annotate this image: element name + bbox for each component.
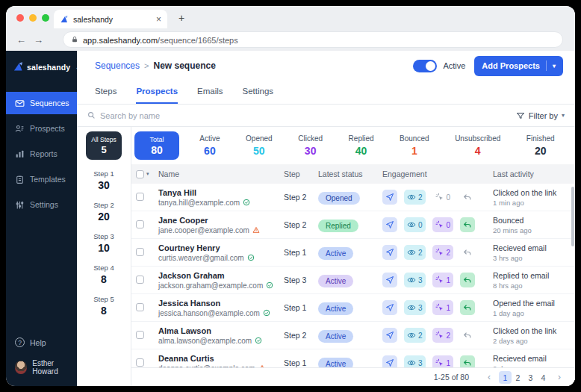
search-input[interactable] xyxy=(100,111,516,120)
row-checkbox[interactable] xyxy=(136,193,144,201)
tab-settings[interactable]: Settings xyxy=(243,81,274,104)
stat-total[interactable]: Total 80 xyxy=(134,131,179,160)
steps-list: Step 130Step 220Step 310Step 48Step 58 xyxy=(93,160,114,317)
sent-icon xyxy=(382,328,397,343)
all-steps-value: 5 xyxy=(101,144,106,155)
browser-tab[interactable]: saleshandy × xyxy=(54,10,167,28)
page-3[interactable]: 3 xyxy=(524,371,537,384)
add-prospects-button[interactable]: Add Prospects ▾ xyxy=(474,56,563,76)
sidebar-item-settings[interactable]: Settings xyxy=(6,193,77,216)
step-filter-5[interactable]: Step 58 xyxy=(93,295,114,317)
prev-page-icon[interactable]: ‹ xyxy=(485,372,493,382)
page-4[interactable]: 4 xyxy=(537,371,550,384)
status-badge: Opened xyxy=(318,192,360,205)
status-badge: Active xyxy=(318,330,353,343)
page-2[interactable]: 2 xyxy=(512,371,524,384)
stat-label: Opened xyxy=(246,134,273,143)
sidebar-item-reports[interactable]: Reports xyxy=(6,143,77,165)
tab-prospects[interactable]: Prospects xyxy=(136,81,178,104)
sidebar-item-label: Prospects xyxy=(30,124,65,133)
all-steps-filter[interactable]: All Steps 5 xyxy=(86,131,122,160)
stat-replied[interactable]: Replied40 xyxy=(349,134,374,157)
back-icon[interactable]: ← xyxy=(16,34,26,46)
column-last-activity: Last activity xyxy=(493,169,575,178)
warning-icon xyxy=(252,226,260,234)
stat-unsubscribed[interactable]: Unsubscribed4 xyxy=(455,134,500,157)
filter-by-button[interactable]: Filter by ▾ xyxy=(516,111,565,120)
avatar xyxy=(15,361,27,374)
new-tab-icon[interactable]: + xyxy=(175,12,188,24)
clipboard-icon xyxy=(15,175,25,184)
step-label: Step 5 xyxy=(93,295,114,303)
stat-opened[interactable]: Opened50 xyxy=(246,134,273,157)
sidebar-item-prospects[interactable]: Prospects xyxy=(6,117,77,140)
address-bar[interactable]: app.saleshandy.com/sequence/1665/steps xyxy=(63,31,563,48)
table-row: Courtney Henrycurtis.weaver@gmail.comSte… xyxy=(131,239,575,267)
active-toggle[interactable] xyxy=(413,60,437,72)
stat-label: Active xyxy=(199,134,220,143)
sent-icon xyxy=(382,300,397,315)
forward-icon[interactable]: → xyxy=(34,34,43,46)
stat-active[interactable]: Active60 xyxy=(199,134,220,157)
chevron-down-icon[interactable]: ▾ xyxy=(553,63,556,69)
last-activity: Replied to email xyxy=(493,271,575,280)
url-path: /sequence/1665/steps xyxy=(158,36,238,45)
user-item[interactable]: Esther Howard xyxy=(6,359,77,376)
maximize-window-icon[interactable] xyxy=(42,14,49,22)
prospect-email: curtis.weaver@gmail.com xyxy=(158,254,284,262)
step-filter-1[interactable]: Step 130 xyxy=(93,169,114,191)
step-value: 8 xyxy=(93,305,114,317)
prospect-name: Deanna Curtis xyxy=(158,354,284,363)
prospect-step: Step 2 xyxy=(284,193,318,202)
table-row: Jane Cooperjane.cooper@example.comStep 2… xyxy=(131,211,575,239)
step-filter-3[interactable]: Step 310 xyxy=(93,232,114,254)
verified-icon xyxy=(243,199,250,206)
opens-count: 2 xyxy=(404,245,426,260)
toggle-label: Active xyxy=(443,61,465,70)
url-row: ← → app.saleshandy.com/sequence/1665/ste… xyxy=(6,28,575,51)
table-row: Jackson Grahamjackson.graham@example.com… xyxy=(131,267,575,294)
tab-steps[interactable]: Steps xyxy=(95,81,116,104)
sidebar-item-templates[interactable]: Templates xyxy=(6,168,77,190)
row-checkbox[interactable] xyxy=(136,331,144,339)
step-value: 20 xyxy=(93,211,114,223)
select-all-checkbox[interactable] xyxy=(136,170,144,178)
sliders-icon xyxy=(15,200,25,210)
tab-emails[interactable]: Emails xyxy=(197,81,223,104)
stat-finished[interactable]: Finished20 xyxy=(526,134,555,157)
tab-close-icon[interactable]: × xyxy=(156,14,161,25)
step-filter-2[interactable]: Step 220 xyxy=(93,201,114,223)
opens-count: 2 xyxy=(404,328,426,343)
prospect-email-text: curtis.weaver@gmail.com xyxy=(158,254,244,262)
chevron-down-icon[interactable]: ▾ xyxy=(146,171,149,177)
chevron-down-icon: ▾ xyxy=(562,112,565,119)
vertical-scrollbar[interactable] xyxy=(571,187,574,246)
stat-clicked[interactable]: Clicked30 xyxy=(298,134,323,157)
stat-label: Unsubscribed xyxy=(455,134,500,143)
main-content: Sequences > New sequence Active Add Pros… xyxy=(77,51,575,386)
breadcrumb-sequences[interactable]: Sequences xyxy=(95,60,140,71)
stat-value: 20 xyxy=(526,145,555,157)
sidebar-item-sequences[interactable]: Sequences xyxy=(6,92,77,114)
help-label: Help xyxy=(30,338,46,347)
row-checkbox[interactable] xyxy=(136,220,144,228)
stat-value: 50 xyxy=(246,145,273,157)
step-filter-4[interactable]: Step 48 xyxy=(93,264,114,285)
opens-count: 3 xyxy=(404,273,426,287)
row-checkbox[interactable] xyxy=(136,248,144,256)
row-checkbox[interactable] xyxy=(136,303,144,311)
stat-label: Finished xyxy=(526,134,555,143)
next-page-icon[interactable]: › xyxy=(556,372,563,382)
page-1[interactable]: 1 xyxy=(499,371,512,384)
last-activity-time: 8 hrs ago xyxy=(493,281,575,290)
verified-icon xyxy=(255,337,262,344)
stat-bounced[interactable]: Bounced1 xyxy=(400,134,429,157)
minimize-window-icon[interactable] xyxy=(29,14,37,22)
close-window-icon[interactable] xyxy=(16,14,24,22)
brand-name: saleshandy xyxy=(27,63,70,72)
stat-label: Clicked xyxy=(298,134,323,143)
row-checkbox[interactable] xyxy=(136,358,144,367)
help-item[interactable]: ? Help xyxy=(6,337,77,347)
row-checkbox[interactable] xyxy=(136,276,144,284)
reply-icon xyxy=(460,273,475,287)
